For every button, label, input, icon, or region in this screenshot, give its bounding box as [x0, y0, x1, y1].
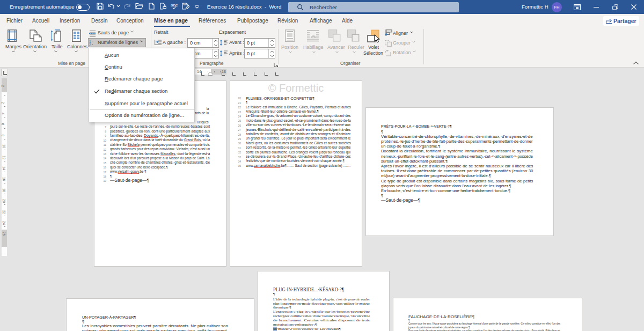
svg-text:abc: abc — [171, 3, 178, 8]
svg-text:2: 2 — [89, 43, 91, 46]
